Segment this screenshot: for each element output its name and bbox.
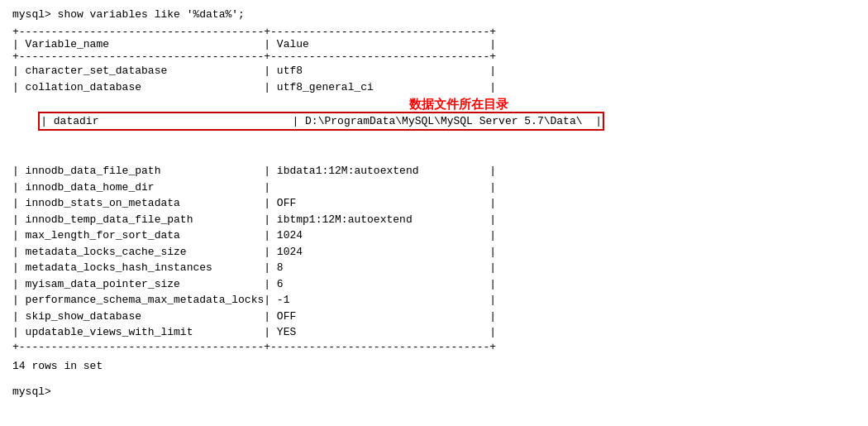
result-info: 14 rows in set <box>12 360 856 372</box>
table-row: | collation_database | utf8_general_ci | <box>12 79 856 96</box>
table-row: | myisam_data_pointer_size | 6 | <box>12 276 856 293</box>
table-row: | performance_schema_max_metadata_locks|… <box>12 292 856 309</box>
initial-prompt: mysql> show variables like '%data%'; <box>12 8 856 21</box>
table-row: | innodb_data_file_path | ibdata1:12M:au… <box>12 163 856 179</box>
table-row: | innodb_temp_data_file_path | ibtmp1:12… <box>12 212 856 228</box>
table-header: | Variable_name | Value | <box>12 38 856 50</box>
separator-header: +--------------------------------------+… <box>12 50 856 63</box>
separator-top: +--------------------------------------+… <box>12 26 856 38</box>
table-row: | metadata_locks_hash_instances | 8 | <box>12 260 856 276</box>
table-row: | max_length_for_sort_data | 1024 | <box>12 227 856 244</box>
table-row: | innodb_data_home_dir | | <box>12 179 856 196</box>
table-row: | skip_show_database | OFF | <box>12 309 856 325</box>
table-row: | innodb_stats_on_metadata | OFF | <box>12 195 856 212</box>
datadir-annotation: 数据文件所在目录 <box>409 95 806 114</box>
end-prompt[interactable]: mysql> <box>12 385 856 398</box>
datadir-row: | datadir | D:\ProgramData\MySQL\MySQL S… <box>12 95 856 163</box>
separator-bottom: +--------------------------------------+… <box>12 341 856 353</box>
table-row: | metadata_locks_cache_size | 1024 | <box>12 244 856 261</box>
datadir-highlight: | datadir | D:\ProgramData\MySQL\MySQL S… <box>38 112 604 132</box>
query-result-table: +--------------------------------------+… <box>12 26 856 353</box>
table-row: | character_set_database | utf8 | <box>12 63 856 79</box>
table-row: | updatable_views_with_limit | YES | <box>12 324 856 341</box>
